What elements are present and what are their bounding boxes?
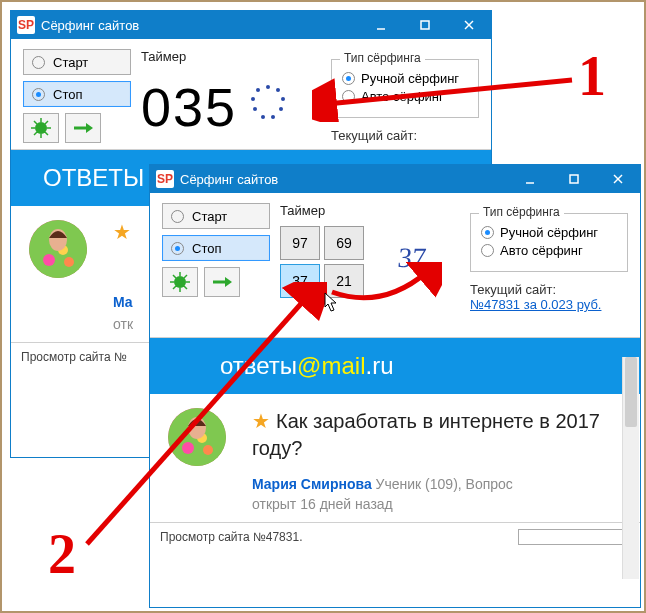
minimize-button[interactable]	[359, 12, 403, 38]
stop-button[interactable]: Стоп	[23, 81, 131, 107]
radio-manual[interactable]: Ручной сёрфинг	[342, 71, 468, 86]
question-age: открыт 16 дней назад	[252, 496, 622, 512]
window-2: SP Сёрфинг сайтов Старт Стоп Таймер 97	[149, 164, 641, 608]
progress-bar	[518, 529, 630, 545]
minimize-button[interactable]	[508, 166, 552, 192]
number-grid: 97 69 37 21	[280, 226, 364, 298]
svg-line-30	[184, 286, 187, 289]
virus-button[interactable]	[23, 113, 59, 143]
captcha-area: Таймер 97 69 37 21 37	[280, 203, 442, 331]
num-option[interactable]: 97	[280, 226, 320, 260]
avatar	[29, 220, 87, 278]
app-icon: SP	[156, 170, 174, 188]
start-button[interactable]: Старт	[23, 49, 131, 75]
star-icon: ★	[113, 221, 131, 243]
radio-auto[interactable]: Авто сёрфинг	[342, 89, 468, 104]
svg-line-29	[173, 275, 176, 278]
status-bar: Просмотр сайта №47831.	[150, 522, 640, 550]
svg-rect-1	[421, 21, 429, 29]
current-site-label: Текущий сайт:	[331, 128, 479, 143]
question-meta: Мария Смирнова Ученик (109), Вопрос	[252, 476, 622, 492]
svg-line-10	[45, 132, 48, 135]
next-button[interactable]	[65, 113, 101, 143]
status-text: Просмотр сайта №47831.	[160, 530, 302, 544]
maximize-button[interactable]	[552, 166, 596, 192]
question-title: ★Как заработать в интернете в 2017 году?	[252, 408, 622, 462]
svg-point-36	[182, 442, 194, 454]
spinner-icon	[251, 85, 285, 119]
next-button[interactable]	[204, 267, 240, 297]
close-button[interactable]	[596, 166, 640, 192]
scrollbar-thumb[interactable]	[625, 357, 637, 427]
timer-area: Таймер 035	[141, 49, 321, 143]
svg-line-9	[34, 121, 37, 124]
annotation-number-1: 1	[578, 44, 606, 108]
stop-icon	[171, 242, 184, 255]
stop-icon	[32, 88, 45, 101]
app-icon: SP	[17, 16, 35, 34]
svg-point-17	[64, 257, 74, 267]
svg-line-11	[45, 121, 48, 124]
captcha-image: 37	[379, 234, 444, 282]
window-title: Сёрфинг сайтов	[41, 18, 359, 33]
user-link[interactable]: Ма	[113, 294, 133, 310]
timer-value: 035	[141, 70, 237, 134]
radio-auto[interactable]: Авто сёрфинг	[481, 243, 617, 258]
current-site: Текущий сайт:№47831 за 0.023 руб.	[470, 282, 628, 312]
scrollbar[interactable]	[622, 357, 639, 579]
top-panel: Старт Стоп Таймер 97 69 37 21 37	[150, 193, 640, 338]
timer-label: Таймер	[141, 49, 285, 64]
svg-marker-45	[325, 293, 336, 311]
right-column: Тип сёрфинга Ручной сёрфинг Авто сёрфинг…	[331, 49, 479, 143]
svg-point-37	[203, 445, 213, 455]
stop-button[interactable]: Стоп	[162, 235, 270, 261]
surf-type-legend: Тип сёрфинга	[479, 205, 564, 219]
site-banner: ответы@mail.ru	[150, 338, 640, 394]
surf-type-legend: Тип сёрфинга	[340, 51, 425, 65]
svg-marker-34	[225, 277, 232, 287]
svg-marker-14	[86, 123, 93, 133]
timer-label: Таймер	[280, 203, 442, 218]
annotation-number-2: 2	[48, 522, 76, 586]
play-icon	[32, 56, 45, 69]
stage: SP Сёрфинг сайтов Старт Стоп Таймер 035	[0, 0, 646, 613]
svg-line-32	[173, 286, 176, 289]
svg-line-12	[34, 132, 37, 135]
star-icon: ★	[252, 410, 270, 432]
num-option-selected[interactable]: 37	[280, 264, 320, 298]
radio-manual[interactable]: Ручной сёрфинг	[481, 225, 617, 240]
titlebar[interactable]: SP Сёрфинг сайтов	[11, 11, 491, 39]
top-panel: Старт Стоп Таймер 035	[11, 39, 491, 150]
svg-rect-21	[570, 175, 578, 183]
cursor-icon	[324, 292, 338, 312]
surf-type-group: Тип сёрфинга Ручной сёрфинг Авто сёрфинг	[331, 59, 479, 118]
user-link[interactable]: Мария Смирнова	[252, 476, 372, 492]
start-button[interactable]: Старт	[162, 203, 270, 229]
svg-line-31	[184, 275, 187, 278]
avatar	[168, 408, 226, 466]
window-title: Сёрфинг сайтов	[180, 172, 508, 187]
virus-button[interactable]	[162, 267, 198, 297]
current-site-link[interactable]: №47831 за 0.023 руб.	[470, 297, 601, 312]
svg-point-16	[43, 254, 55, 266]
right-column: Тип сёрфинга Ручной сёрфинг Авто сёрфинг…	[470, 203, 628, 331]
surf-type-group: Тип сёрфинга Ручной сёрфинг Авто сёрфинг	[470, 213, 628, 272]
control-column: Старт Стоп	[23, 49, 131, 143]
control-column: Старт Стоп	[162, 203, 270, 331]
play-icon	[171, 210, 184, 223]
titlebar[interactable]: SP Сёрфинг сайтов	[150, 165, 640, 193]
num-option[interactable]: 69	[324, 226, 364, 260]
site-content: ★Как заработать в интернете в 2017 году?…	[150, 394, 640, 522]
close-button[interactable]	[447, 12, 491, 38]
maximize-button[interactable]	[403, 12, 447, 38]
